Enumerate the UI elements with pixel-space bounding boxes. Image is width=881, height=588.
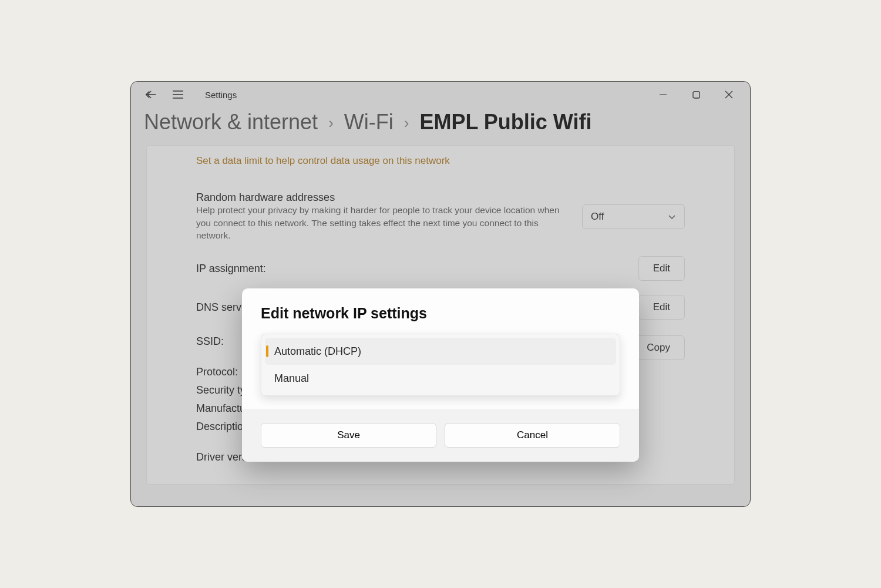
option-manual[interactable]: Manual <box>265 365 616 392</box>
cancel-button[interactable]: Cancel <box>445 423 620 448</box>
settings-window: Settings Network & internet › Wi-Fi › EM… <box>130 81 751 507</box>
edit-ip-settings-dialog: Edit network IP settings Automatic (DHCP… <box>242 288 639 462</box>
dialog-title: Edit network IP settings <box>261 305 620 322</box>
save-button[interactable]: Save <box>261 423 436 448</box>
ip-settings-options: Automatic (DHCP) Manual <box>261 334 620 396</box>
option-automatic-dhcp[interactable]: Automatic (DHCP) <box>265 338 616 365</box>
